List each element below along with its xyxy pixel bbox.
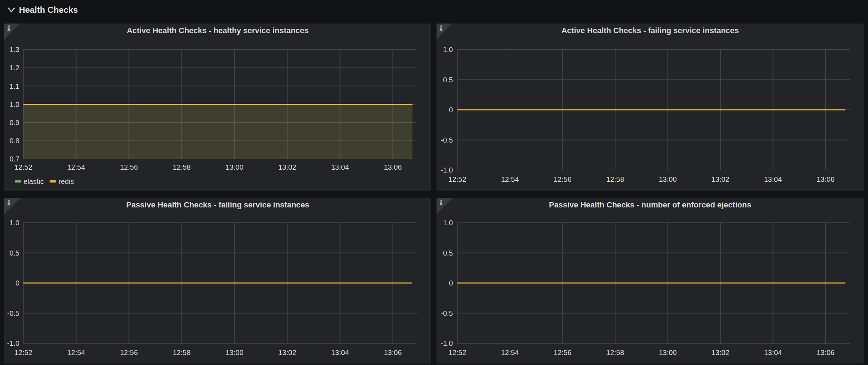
svg-text:1.2: 1.2 (10, 64, 20, 72)
svg-text:12:56: 12:56 (120, 163, 138, 171)
svg-text:Passive Health Checks - failin: Passive Health Checks - failing service … (126, 200, 310, 209)
svg-text:13:04: 13:04 (331, 349, 349, 356)
svg-text:13:04: 13:04 (764, 349, 782, 356)
svg-text:Active Health Checks - failing: Active Health Checks - failing service i… (561, 26, 739, 35)
svg-text:-0.5: -0.5 (441, 136, 453, 144)
svg-text:13:00: 13:00 (225, 349, 243, 356)
svg-text:13:06: 13:06 (384, 163, 402, 171)
svg-text:12:58: 12:58 (173, 349, 190, 356)
svg-text:1.0: 1.0 (443, 46, 453, 53)
svg-text:12:54: 12:54 (501, 349, 519, 356)
svg-text:12:56: 12:56 (553, 349, 571, 356)
svg-text:0.9: 0.9 (10, 119, 20, 127)
svg-text:12:52: 12:52 (448, 349, 466, 356)
svg-text:-1.0: -1.0 (7, 339, 19, 347)
svg-text:Passive Health Checks - number: Passive Health Checks - number of enforc… (549, 200, 751, 209)
svg-text:0.8: 0.8 (10, 137, 20, 145)
svg-text:0.5: 0.5 (443, 249, 453, 257)
svg-text:1.0: 1.0 (10, 219, 20, 227)
svg-text:-1.0: -1.0 (441, 339, 453, 347)
svg-text:redis: redis (58, 178, 74, 185)
svg-text:12:52: 12:52 (448, 175, 466, 183)
svg-text:12:54: 12:54 (67, 349, 85, 356)
svg-text:1.3: 1.3 (10, 46, 20, 53)
svg-text:0.5: 0.5 (443, 76, 453, 84)
svg-text:12:58: 12:58 (606, 349, 624, 356)
svg-text:13:04: 13:04 (764, 175, 782, 183)
svg-text:13:02: 13:02 (711, 175, 729, 183)
svg-text:0: 0 (449, 279, 453, 287)
svg-text:-1.0: -1.0 (441, 166, 453, 174)
svg-text:13:06: 13:06 (817, 175, 834, 183)
svg-text:13:00: 13:00 (659, 349, 676, 356)
svg-text:13:00: 13:00 (225, 163, 243, 171)
svg-text:0.7: 0.7 (10, 155, 20, 163)
svg-text:12:54: 12:54 (67, 163, 85, 171)
svg-text:13:06: 13:06 (817, 349, 834, 356)
svg-text:13:02: 13:02 (278, 349, 296, 356)
svg-text:13:02: 13:02 (711, 349, 729, 356)
svg-text:13:04: 13:04 (331, 163, 349, 171)
svg-text:13:00: 13:00 (659, 175, 676, 183)
svg-text:12:52: 12:52 (14, 163, 32, 171)
svg-text:12:56: 12:56 (553, 175, 571, 183)
svg-text:1.1: 1.1 (10, 82, 20, 90)
svg-text:Active Health Checks - healthy: Active Health Checks - healthy service i… (127, 26, 309, 35)
svg-text:0: 0 (449, 106, 453, 114)
svg-text:12:58: 12:58 (173, 163, 190, 171)
svg-text:12:54: 12:54 (501, 175, 519, 183)
svg-text:0: 0 (15, 279, 19, 287)
svg-text:0.5: 0.5 (10, 249, 20, 257)
svg-text:elastic: elastic (24, 178, 44, 185)
svg-text:12:52: 12:52 (14, 349, 32, 356)
svg-text:13:02: 13:02 (278, 163, 296, 171)
svg-text:-0.5: -0.5 (441, 309, 453, 317)
svg-text:12:58: 12:58 (606, 175, 624, 183)
svg-text:1.0: 1.0 (443, 219, 453, 227)
svg-text:12:56: 12:56 (120, 349, 138, 356)
svg-text:1.0: 1.0 (10, 101, 20, 108)
svg-text:-0.5: -0.5 (7, 309, 19, 317)
svg-text:13:06: 13:06 (384, 349, 402, 356)
